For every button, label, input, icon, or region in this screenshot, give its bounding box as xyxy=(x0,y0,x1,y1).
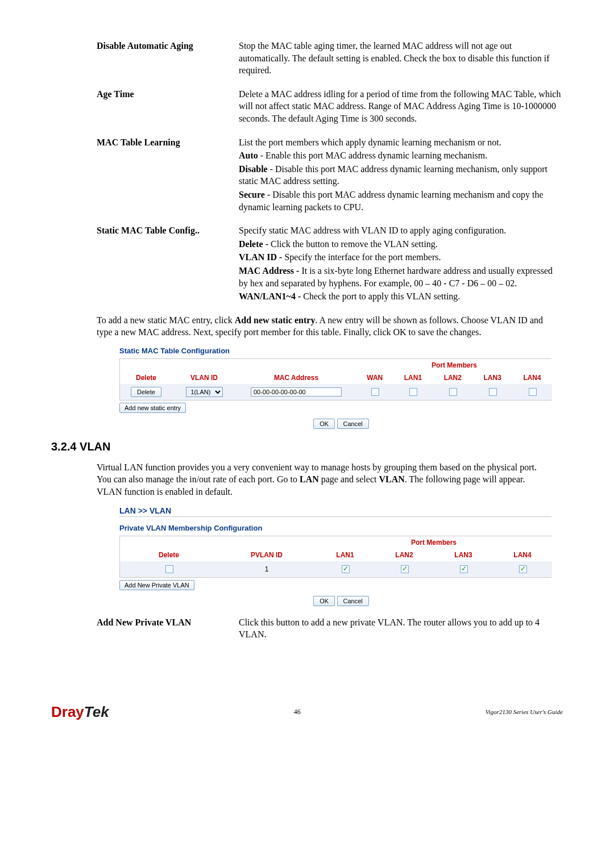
def-term: MAC Table Learning xyxy=(97,136,239,215)
col-mac: MAC Address xyxy=(236,372,356,384)
lan3-checkbox[interactable] xyxy=(460,565,468,573)
def-body: List the port members which apply dynami… xyxy=(239,136,563,215)
def-kw: Auto xyxy=(239,151,258,160)
def-term: Add New Private VLAN xyxy=(97,616,239,642)
col-lan4: LAN4 xyxy=(512,372,552,384)
def-text: - Disable this port MAC address dynamic … xyxy=(239,164,547,186)
guide-title: Vigor2130 Series User's Guide xyxy=(486,708,563,715)
def-body: Specify static MAC address with VLAN ID … xyxy=(239,224,563,304)
section-heading: 3.2.4 VLAN xyxy=(51,440,563,453)
col-lan4: LAN4 xyxy=(493,549,552,561)
port-members-header: Port Members xyxy=(316,536,552,549)
col-lan2: LAN2 xyxy=(375,549,434,561)
lan2-checkbox[interactable] xyxy=(449,388,457,396)
def-text: Specify the interface for the port membe… xyxy=(282,252,441,262)
cancel-button[interactable]: Cancel xyxy=(337,596,369,606)
def-body: Stop the MAC table aging timer, the lear… xyxy=(239,40,563,78)
divider xyxy=(119,516,551,517)
mac-address-input[interactable] xyxy=(251,387,342,397)
add-new-private-vlan-button[interactable]: Add New Private VLAN xyxy=(119,580,194,590)
def-kw: Delete - xyxy=(239,239,268,249)
shot-subtitle: Private VLAN Membership Configuration xyxy=(119,524,563,532)
private-vlan-screenshot: LAN >> VLAN Private VLAN Membership Conf… xyxy=(119,506,563,606)
def-text: Stop the MAC table aging timer, the lear… xyxy=(239,41,550,75)
col-lan2: LAN2 xyxy=(433,372,472,384)
def-text: Click the button to remove the VLAN sett… xyxy=(268,239,438,249)
body-paragraph: Virtual LAN function provides you a very… xyxy=(97,461,551,498)
page-number: 46 xyxy=(294,708,301,716)
def-kw: VLAN ID - xyxy=(239,252,282,262)
col-lan3: LAN3 xyxy=(434,549,493,561)
draytek-logo: DrayTek xyxy=(51,703,109,721)
lan3-checkbox[interactable] xyxy=(489,388,497,396)
pvlan-id-value: 1 xyxy=(218,561,316,577)
col-lan3: LAN3 xyxy=(472,372,512,384)
def-term: Disable Automatic Aging xyxy=(97,40,239,78)
lan4-checkbox[interactable] xyxy=(519,565,527,573)
col-wan: WAN xyxy=(356,372,393,384)
def-term: Age Time xyxy=(97,88,239,126)
breadcrumb: LAN >> VLAN xyxy=(119,506,563,515)
col-lan1: LAN1 xyxy=(316,549,375,561)
def-text: - Enable this port MAC address dynamic l… xyxy=(258,151,487,160)
def-kw: Secure xyxy=(239,190,265,199)
def-text: Delete a MAC address idling for a period… xyxy=(239,89,561,123)
add-new-static-entry-button[interactable]: Add new static entry xyxy=(119,403,186,413)
def-kw: MAC Address - xyxy=(239,266,299,276)
shot-title: Static MAC Table Configuration xyxy=(119,347,563,355)
col-pvlan: PVLAN ID xyxy=(218,549,316,561)
table-row: Delete 1(LAN) xyxy=(120,384,552,400)
table-row: 1 xyxy=(120,561,552,577)
def-body: Delete a MAC address idling for a period… xyxy=(239,88,563,126)
lan4-checkbox[interactable] xyxy=(529,388,537,396)
col-vlanid: VLAN ID xyxy=(172,372,236,384)
col-lan1: LAN1 xyxy=(393,372,433,384)
static-mac-screenshot: Static MAC Table Configuration Port Memb… xyxy=(119,347,563,429)
col-delete: Delete xyxy=(120,549,218,561)
col-delete: Delete xyxy=(120,372,172,384)
def-kw: WAN/LAN1~4 - xyxy=(239,291,301,301)
def-kw: Disable xyxy=(239,164,268,174)
def-body: Click this button to add a new private V… xyxy=(239,616,563,642)
vlan-id-select[interactable]: 1(LAN) xyxy=(186,387,223,397)
ok-button[interactable]: OK xyxy=(313,419,335,429)
body-paragraph: To add a new static MAC entry, click Add… xyxy=(97,314,551,339)
def-text: List the port members which apply dynami… xyxy=(239,137,501,147)
lan2-checkbox[interactable] xyxy=(401,565,409,573)
def-text: - Disable this port MAC address dynamic … xyxy=(239,190,544,212)
port-members-header: Port Members xyxy=(356,359,552,372)
def-text: Click this button to add a new private V… xyxy=(239,617,540,640)
delete-row-button[interactable]: Delete xyxy=(131,387,161,397)
cancel-button[interactable]: Cancel xyxy=(337,419,369,429)
def-text: Check the port to apply this VLAN settin… xyxy=(301,291,460,301)
def-text: Specify static MAC address with VLAN ID … xyxy=(239,226,506,235)
lan1-checkbox[interactable] xyxy=(409,388,417,396)
wan-checkbox[interactable] xyxy=(371,388,379,396)
lan1-checkbox[interactable] xyxy=(342,565,350,573)
def-term: Static MAC Table Config.. xyxy=(97,224,239,304)
delete-row-checkbox[interactable] xyxy=(165,565,173,573)
ok-button[interactable]: OK xyxy=(313,596,335,606)
